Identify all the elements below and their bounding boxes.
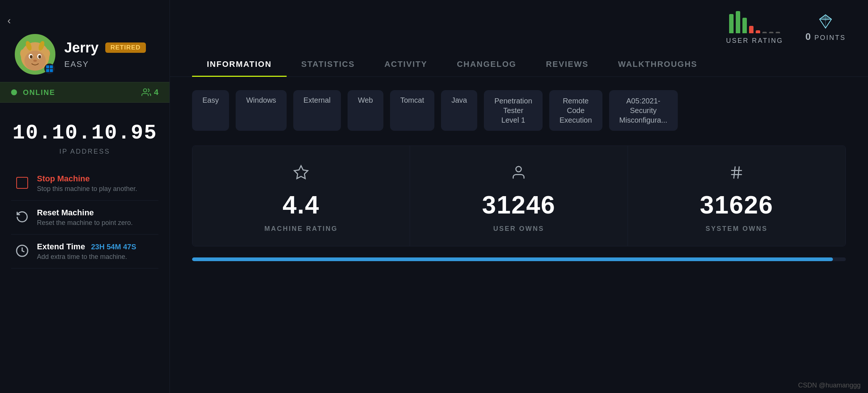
tag-easy[interactable]: Easy [192, 90, 229, 131]
online-users-count: 4 [154, 88, 158, 97]
rating-bar [756, 30, 760, 33]
tag-pen-tester[interactable]: PenetrationTesterLevel 1 [484, 90, 542, 131]
reset-machine-item[interactable]: Reset Machine Reset the machine to point… [11, 201, 158, 235]
machine-header: Jerry RETIRED EASY [0, 30, 170, 82]
svg-line-27 [738, 167, 739, 179]
svg-rect-14 [46, 69, 49, 72]
stat-card-rating: 4.4MACHINE RATING [192, 146, 410, 246]
tag-tomcat[interactable]: Tomcat [390, 90, 434, 131]
tab-reviews[interactable]: REVIEWS [531, 52, 603, 76]
points-label: POINTS [814, 34, 846, 42]
stat-value-rating: 4.4 [283, 190, 320, 219]
stat-card-user-owns: 31246USER OWNS [410, 146, 628, 246]
svg-marker-22 [294, 166, 308, 179]
tags-row: EasyWindowsExternalWebTomcatJavaPenetrat… [170, 77, 868, 131]
back-button[interactable]: ‹ [0, 0, 170, 30]
watermark: CSDN @huamanggg [798, 382, 861, 389]
stat-label-user-owns: USER OWNS [493, 225, 544, 233]
extend-time-info: Extend Time 23H 54M 47S Add extra time t… [37, 242, 136, 261]
app-container: ‹ [0, 0, 868, 393]
progress-bar-fill [192, 257, 833, 261]
tag-rce[interactable]: RemoteCodeExecution [549, 90, 602, 131]
machine-difficulty: EASY [64, 59, 146, 69]
tab-walkthroughs[interactable]: WALKTHROUGHS [603, 52, 712, 76]
rating-bar [749, 26, 753, 33]
reset-machine-title: Reset Machine [37, 208, 133, 218]
extend-time-desc: Add extra time to the machine. [37, 253, 136, 261]
user-icon [510, 164, 527, 184]
tag-windows[interactable]: Windows [236, 90, 286, 131]
retired-badge: RETIRED [105, 42, 146, 53]
svg-point-3 [20, 49, 26, 58]
stat-value-system-owns: 31626 [700, 190, 773, 219]
sidebar: ‹ [0, 0, 170, 393]
tag-external[interactable]: External [293, 90, 341, 131]
hash-icon [728, 164, 745, 184]
machine-name: Jerry [64, 40, 99, 56]
tab-information[interactable]: INFORMATION [192, 52, 287, 76]
rating-bar [776, 32, 780, 33]
svg-point-23 [516, 167, 522, 172]
reset-icon [15, 209, 30, 224]
points-value: 0 [806, 31, 811, 42]
svg-rect-15 [50, 69, 53, 72]
extend-time-item[interactable]: Extend Time 23H 54M 47S Add extra time t… [11, 235, 158, 269]
clock-icon [15, 243, 30, 258]
os-badge [44, 64, 55, 74]
rating-bar [736, 11, 740, 33]
extend-timer: 23H 54M 47S [91, 243, 136, 251]
rating-bars [729, 11, 780, 33]
rating-bar [762, 32, 767, 33]
svg-point-4 [44, 49, 50, 58]
nav-tabs: INFORMATIONSTATISTICSACTIVITYCHANGELOGRE… [170, 52, 868, 77]
svg-point-16 [143, 89, 147, 92]
machine-info: Jerry RETIRED EASY [64, 40, 146, 69]
tab-activity[interactable]: ACTIVITY [370, 52, 442, 76]
main-content: USER RATING 0 POINTS INFORMATIONSTATISTI… [170, 0, 868, 393]
tag-web[interactable]: Web [348, 90, 383, 131]
reset-machine-info: Reset Machine Reset the machine to point… [37, 208, 133, 227]
avatar-wrap [15, 34, 55, 75]
ip-label: IP ADDRESS [7, 148, 162, 156]
rating-bar [729, 14, 734, 33]
actions-list: Stop Machine Stop this machine to play a… [0, 159, 170, 276]
svg-point-7 [30, 55, 33, 59]
tag-java[interactable]: Java [441, 90, 477, 131]
svg-point-9 [33, 59, 37, 62]
ip-address: 10.10.10.95 [7, 121, 162, 145]
user-rating-label: USER RATING [726, 37, 783, 45]
star-icon [293, 164, 309, 184]
svg-line-26 [734, 167, 735, 179]
online-indicator [11, 89, 17, 95]
stat-card-system-owns: 31626SYSTEM OWNS [628, 146, 845, 246]
tab-changelog[interactable]: CHANGELOG [442, 52, 531, 76]
rating-bar [742, 18, 747, 33]
stat-label-rating: MACHINE RATING [264, 225, 338, 233]
stats-grid: 4.4MACHINE RATING31246USER OWNS31626SYST… [192, 146, 846, 246]
ip-block: 10.10.10.95 IP ADDRESS [0, 110, 170, 159]
online-bar: ONLINE 4 [0, 82, 170, 103]
svg-rect-12 [46, 65, 49, 68]
stop-machine-info: Stop Machine Stop this machine to play a… [37, 174, 137, 193]
svg-point-8 [38, 55, 41, 59]
online-status: ONLINE [23, 88, 136, 97]
users-count: 4 [141, 88, 158, 97]
stop-machine-item[interactable]: Stop Machine Stop this machine to play a… [11, 167, 158, 201]
points-area: 0 POINTS [806, 13, 846, 42]
diamond-icon [817, 13, 834, 30]
stop-machine-desc: Stop this machine to play another. [37, 185, 137, 193]
tab-statistics[interactable]: STATISTICS [287, 52, 370, 76]
reset-machine-desc: Reset the machine to point zero. [37, 219, 133, 227]
rating-widget: USER RATING [726, 11, 783, 45]
users-icon [141, 88, 151, 97]
progress-bar [192, 257, 846, 261]
stat-value-user-owns: 31246 [482, 190, 556, 219]
extend-time-title: Extend Time [37, 242, 85, 252]
stop-machine-title: Stop Machine [37, 174, 137, 184]
tag-a05[interactable]: A05:2021-SecurityMisconfigura... [609, 90, 678, 131]
stop-icon [15, 175, 30, 190]
stat-label-system-owns: SYSTEM OWNS [705, 225, 768, 233]
rating-bar [769, 32, 773, 33]
svg-rect-13 [50, 65, 53, 68]
top-bar: USER RATING 0 POINTS [170, 0, 868, 48]
